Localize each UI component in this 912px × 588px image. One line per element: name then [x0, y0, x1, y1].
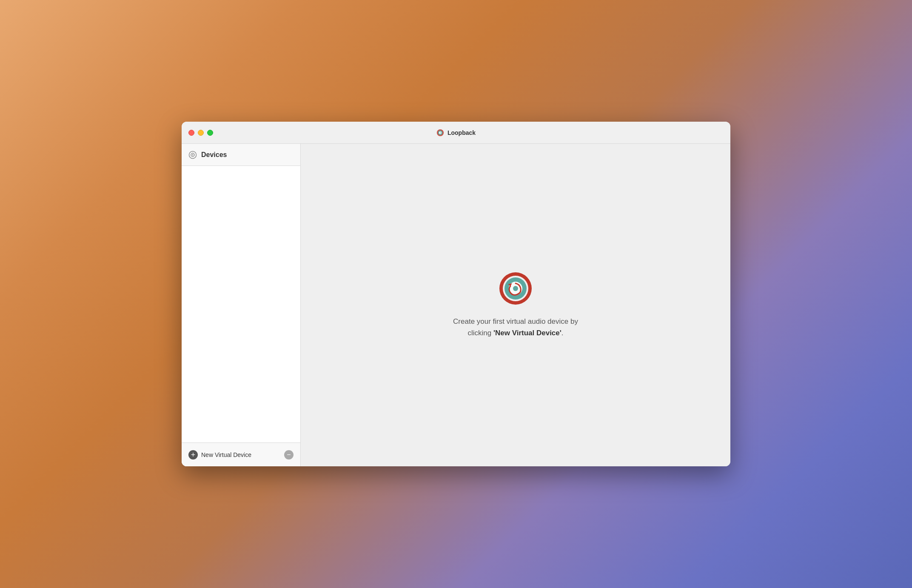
minimize-button[interactable]: [198, 130, 204, 136]
new-virtual-device-button[interactable]: + New Virtual Device: [188, 450, 251, 460]
main-content: Create your first virtual audio device b…: [301, 144, 730, 466]
loopback-logo-large: [499, 271, 533, 305]
empty-state-line2-prefix: clicking: [467, 329, 493, 337]
app-title: Loopback: [447, 129, 476, 136]
content-area: Devices + New Virtual Device −: [182, 144, 730, 466]
remove-device-button[interactable]: −: [284, 450, 294, 460]
sidebar-title: Devices: [201, 151, 227, 159]
empty-state-message: Create your first virtual audio device b…: [453, 316, 578, 339]
svg-point-10: [513, 286, 518, 291]
window-title: Loopback: [436, 129, 476, 137]
traffic-lights: [188, 130, 213, 136]
devices-icon: [188, 151, 197, 159]
add-icon: +: [188, 450, 198, 460]
titlebar: Loopback: [182, 122, 730, 144]
sidebar-header: Devices: [182, 144, 300, 166]
devices-list: [182, 166, 300, 442]
maximize-button[interactable]: [207, 130, 213, 136]
app-icon: [436, 129, 444, 137]
svg-point-5: [192, 154, 194, 155]
empty-state-line2-suffix: .: [561, 329, 564, 337]
sidebar: Devices + New Virtual Device −: [182, 144, 301, 466]
empty-state-line1: Create your first virtual audio device b…: [453, 317, 578, 325]
main-window: Loopback Devices + New Virtual Devic: [182, 122, 730, 466]
new-virtual-device-label: New Virtual Device: [201, 451, 251, 458]
close-button[interactable]: [188, 130, 194, 136]
empty-state-link: 'New Virtual Device': [493, 329, 561, 337]
sidebar-footer: + New Virtual Device −: [182, 442, 300, 466]
